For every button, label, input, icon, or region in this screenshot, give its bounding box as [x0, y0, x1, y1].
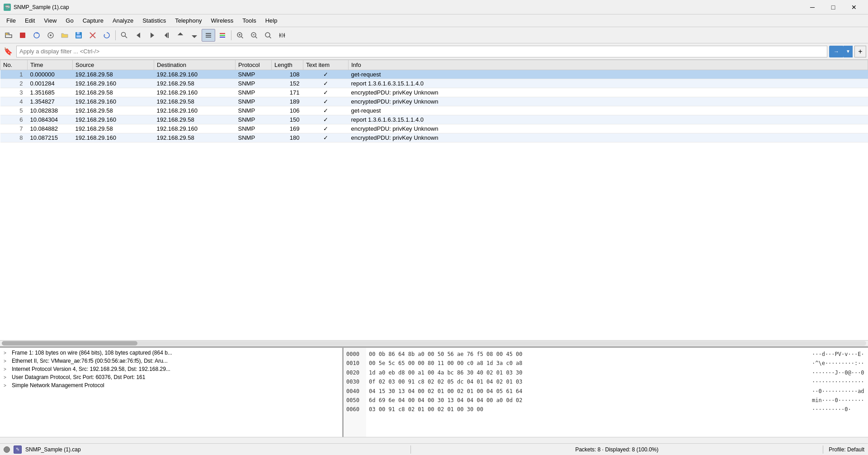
- packet-list-hscroll[interactable]: [0, 340, 868, 346]
- table-row[interactable]: 4 1.354827 192.168.29.160 192.168.29.58 …: [0, 97, 868, 106]
- close-button[interactable]: ✕: [844, 0, 864, 14]
- hex-panel: 0000001000200030004000500060 00 0b 86 64…: [344, 348, 868, 437]
- menu-capture[interactable]: Capture: [78, 15, 108, 26]
- menu-edit[interactable]: Edit: [20, 15, 39, 26]
- resize-columns-button[interactable]: [275, 29, 289, 42]
- packet-scroll[interactable]: No. Time Source Destination Protocol Len…: [0, 60, 868, 340]
- menu-tools[interactable]: Tools: [238, 15, 260, 26]
- hex-offset: 0050: [346, 396, 363, 405]
- reload-button[interactable]: [100, 29, 113, 42]
- autoscroll-button[interactable]: [202, 29, 215, 42]
- menu-statistics[interactable]: Statistics: [138, 15, 170, 26]
- toolbar-sep-1: [115, 30, 116, 40]
- go-first-button[interactable]: [160, 29, 173, 42]
- save-button[interactable]: [72, 29, 85, 42]
- menu-view[interactable]: View: [39, 15, 61, 26]
- col-header-dest[interactable]: Destination: [154, 60, 236, 70]
- cell-no: 5: [0, 106, 28, 115]
- zoom-in-button[interactable]: [233, 29, 247, 42]
- col-header-text[interactable]: Text item: [303, 60, 349, 70]
- table-row[interactable]: 1 0.000000 192.168.29.58 192.168.29.160 …: [0, 70, 868, 79]
- open-file-button[interactable]: [2, 29, 15, 42]
- hex-byte-row: 00 5e 5c 65 00 00 80 11 00 00 c0 a8 1d 3…: [369, 359, 807, 368]
- svg-marker-15: [151, 33, 154, 38]
- filter-dropdown-button[interactable]: ▼: [844, 46, 853, 57]
- cell-dst: 192.168.29.58: [154, 79, 236, 88]
- packet-table: No. Time Source Destination Protocol Len…: [0, 60, 868, 142]
- svg-rect-17: [168, 33, 169, 38]
- detail-item[interactable]: >Internet Protocol Version 4, Src: 192.1…: [0, 365, 342, 373]
- cell-text: ✓: [303, 79, 349, 88]
- table-row[interactable]: 3 1.351685 192.168.29.58 192.168.29.160 …: [0, 88, 868, 97]
- cell-info: encryptedPDU: privKey Unknown: [349, 124, 868, 133]
- hex-byte-row: 00 0b 86 64 8b a0 00 50 56 ae 76 f5 08 0…: [369, 350, 807, 359]
- close-file-button[interactable]: [86, 29, 99, 42]
- detail-expand-icon: >: [4, 351, 9, 355]
- cell-proto: SNMP: [236, 88, 272, 97]
- status-filename: SNMP_Sample (1).cap: [25, 446, 81, 453]
- cell-no: 7: [0, 124, 28, 133]
- cell-dst: 192.168.29.58: [154, 97, 236, 106]
- col-header-time[interactable]: Time: [28, 60, 73, 70]
- menu-analyze[interactable]: Analyze: [108, 15, 138, 26]
- hex-offset: 0040: [346, 387, 363, 396]
- filter-bar: 🔖 → ▼ +: [0, 43, 868, 60]
- status-edit-button[interactable]: ✎: [14, 446, 22, 454]
- lower-hscroll[interactable]: [0, 437, 868, 443]
- menu-help[interactable]: Help: [261, 15, 282, 26]
- detail-item[interactable]: >Simple Network Management Protocol: [0, 381, 342, 389]
- capture-options-button[interactable]: [44, 29, 57, 42]
- cell-info: encryptedPDU: privKey Unknown: [349, 97, 868, 106]
- status-divider-2: [823, 446, 823, 454]
- find-button[interactable]: [118, 29, 131, 42]
- hex-byte-row: 04 15 30 13 04 00 02 01 00 02 01 00 04 0…: [369, 387, 807, 396]
- table-row[interactable]: 5 10.082838 192.168.29.58 192.168.29.160…: [0, 106, 868, 115]
- hex-byte-row: 03 00 91 c8 02 01 00 02 01 00 30 00: [369, 405, 807, 414]
- table-row[interactable]: 7 10.084882 192.168.29.58 192.168.29.160…: [0, 124, 868, 133]
- hscroll-thumb[interactable]: [2, 341, 137, 346]
- filter-add-button[interactable]: +: [854, 46, 866, 57]
- toolbar-sep-2: [231, 30, 231, 40]
- minimize-button[interactable]: ─: [802, 0, 823, 14]
- hex-bytes: 00 0b 86 64 8b a0 00 50 56 ae 76 f5 08 0…: [366, 348, 809, 437]
- detail-item[interactable]: >Frame 1: 108 bytes on wire (864 bits), …: [0, 349, 342, 357]
- detail-item[interactable]: >User Datagram Protocol, Src Port: 60376…: [0, 373, 342, 381]
- restart-button[interactable]: [30, 29, 43, 42]
- col-header-len[interactable]: Length: [272, 60, 303, 70]
- stop-button[interactable]: [16, 29, 29, 42]
- svg-line-13: [125, 36, 127, 38]
- maximize-button[interactable]: □: [823, 0, 844, 14]
- svg-point-34: [265, 33, 270, 37]
- next-button[interactable]: [146, 29, 159, 42]
- open-folder-button[interactable]: [58, 29, 71, 42]
- packet-list-container: No. Time Source Destination Protocol Len…: [0, 60, 868, 340]
- prev-button[interactable]: [132, 29, 145, 42]
- zoom-normal-button[interactable]: [261, 29, 275, 42]
- col-header-proto[interactable]: Protocol: [236, 60, 272, 70]
- col-header-no[interactable]: No.: [0, 60, 28, 70]
- table-row[interactable]: 8 10.087215 192.168.29.160 192.168.29.58…: [0, 133, 868, 142]
- svg-marker-11: [104, 34, 105, 35]
- prev-marked-button[interactable]: [174, 29, 187, 42]
- hex-offset: 0010: [346, 359, 363, 368]
- col-header-source[interactable]: Source: [73, 60, 154, 70]
- filter-apply-button[interactable]: →: [829, 46, 844, 57]
- next-marked-button[interactable]: [188, 29, 201, 42]
- zoom-out-button[interactable]: [247, 29, 261, 42]
- menu-go[interactable]: Go: [61, 15, 78, 26]
- cell-no: 2: [0, 79, 28, 88]
- cell-info: report 1.3.6.1.6.3.15.1.1.4.0: [349, 115, 868, 124]
- cell-time: 1.354827: [28, 97, 73, 106]
- colorize-button[interactable]: [216, 29, 229, 42]
- cell-src: 192.168.29.160: [73, 97, 154, 106]
- menu-telephony[interactable]: Telephony: [170, 15, 206, 26]
- detail-item[interactable]: >Ethernet II, Src: VMware_ae:76:f5 (00:5…: [0, 357, 342, 365]
- cell-time: 10.084304: [28, 115, 73, 124]
- table-row[interactable]: 6 10.084304 192.168.29.160 192.168.29.58…: [0, 115, 868, 124]
- table-row[interactable]: 2 0.001284 192.168.29.160 192.168.29.58 …: [0, 79, 868, 88]
- cell-no: 6: [0, 115, 28, 124]
- filter-input[interactable]: [16, 46, 827, 57]
- col-header-info[interactable]: Info: [349, 60, 868, 70]
- menu-file[interactable]: File: [2, 15, 20, 26]
- menu-wireless[interactable]: Wireless: [206, 15, 238, 26]
